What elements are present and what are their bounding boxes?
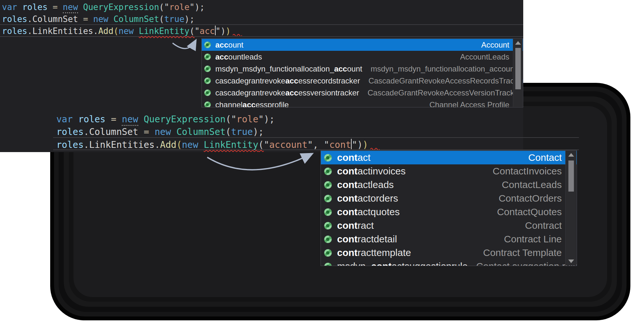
entity-display-name: Contract Template bbox=[475, 247, 562, 258]
scrollbar-thumb[interactable] bbox=[568, 160, 574, 192]
entity-logical-name: contracttemplate bbox=[337, 247, 411, 258]
code-line[interactable]: roles.ColumnSet = new ColumnSet(true); bbox=[56, 127, 264, 138]
entity-display-name: Contract Line bbox=[496, 234, 562, 245]
completion-item[interactable]: contracttemplate Contract Template bbox=[321, 246, 577, 260]
entity-icon bbox=[323, 167, 337, 176]
entity-icon bbox=[204, 65, 215, 73]
entity-icon bbox=[323, 194, 337, 203]
entity-icon bbox=[323, 180, 337, 190]
entity-icon bbox=[204, 77, 215, 85]
intellisense-popup-contact: contact Contact contactinvoices ContactI… bbox=[321, 150, 577, 266]
entity-logical-name: msdyn_msdyn_functionallocation_account bbox=[215, 64, 362, 73]
completion-item[interactable]: cascadegrantrevokeaccessversiontracker C… bbox=[202, 87, 523, 99]
entity-logical-name: accountleads bbox=[215, 52, 262, 61]
entity-logical-name: contractdetail bbox=[337, 234, 397, 245]
code-line[interactable]: roles.LinkEntities.Add(new LinkEntity("a… bbox=[2, 26, 242, 39]
intellisense-popup-account: account Account accountleads AccountLead… bbox=[201, 38, 523, 107]
entity-display-name: Account bbox=[473, 40, 509, 50]
entity-logical-name: contactleads bbox=[337, 179, 394, 190]
popup-scrollbar[interactable] bbox=[565, 151, 576, 265]
code-line[interactable]: roles.ColumnSet = new ColumnSet(true); bbox=[2, 14, 195, 25]
scroll-up-icon[interactable] bbox=[515, 41, 521, 45]
completion-item[interactable]: cascadegrantrevokeaccessrecordstracker C… bbox=[202, 75, 523, 87]
completion-item[interactable]: contactorders ContactOrders bbox=[321, 192, 577, 205]
entity-display-name: Contact bbox=[520, 152, 562, 163]
entity-logical-name: contactinvoices bbox=[337, 166, 406, 177]
entity-icon bbox=[323, 221, 337, 230]
completion-item[interactable]: contactquotes ContactQuotes bbox=[321, 205, 577, 219]
completion-item[interactable]: msdyn_msdyn_functionallocation_account m… bbox=[202, 63, 523, 75]
entity-display-name: ContactOrders bbox=[490, 193, 562, 204]
entity-logical-name: msdyn_contactsuggestionrule bbox=[337, 261, 468, 266]
entity-icon bbox=[323, 207, 337, 217]
code-line[interactable]: var roles = new QueryExpression("role"); bbox=[2, 2, 205, 13]
code-line[interactable]: var roles = new QueryExpression("role"); bbox=[56, 114, 275, 125]
entity-logical-name: cascadegrantrevokeaccessversiontracker bbox=[215, 88, 359, 97]
completion-item[interactable]: contract Contract bbox=[321, 219, 577, 232]
entity-icon bbox=[204, 41, 215, 49]
entity-icon bbox=[204, 53, 215, 61]
entity-display-name: ContactQuotes bbox=[489, 206, 562, 217]
completion-item[interactable]: msdyn_contactsuggestionrule Contact sugg… bbox=[321, 260, 577, 266]
entity-display-name: Channel Access Profile bbox=[421, 100, 509, 108]
entity-logical-name: contract bbox=[337, 220, 374, 231]
completion-item[interactable]: channelaccessprofile Channel Access Prof… bbox=[202, 99, 523, 107]
entity-icon bbox=[204, 101, 215, 107]
completion-item[interactable]: accountleads AccountLeads bbox=[202, 51, 523, 63]
entity-icon bbox=[323, 248, 337, 258]
completion-item[interactable]: account Account bbox=[202, 39, 523, 51]
entity-display-name: ContactLeads bbox=[493, 179, 562, 190]
entity-icon bbox=[204, 89, 215, 97]
completion-item[interactable]: contact Contact bbox=[321, 151, 577, 164]
entity-logical-name: contactorders bbox=[337, 193, 398, 204]
scroll-up-icon[interactable] bbox=[568, 153, 574, 157]
entity-logical-name: contact bbox=[337, 152, 370, 163]
entity-icon bbox=[323, 235, 337, 244]
completion-item[interactable]: contractdetail Contract Line bbox=[321, 232, 577, 246]
entity-display-name: ContactInvoices bbox=[484, 166, 562, 177]
entity-icon bbox=[323, 153, 337, 162]
scrollbar-thumb[interactable] bbox=[515, 48, 521, 89]
completion-item[interactable]: contactleads ContactLeads bbox=[321, 178, 577, 192]
entity-logical-name: account bbox=[215, 40, 243, 50]
entity-logical-name: channelaccessprofile bbox=[215, 100, 289, 108]
entity-display-name: Contact suggestion rule bbox=[468, 261, 577, 266]
entity-display-name: Contract bbox=[517, 220, 562, 231]
completion-list: account Account accountleads AccountLead… bbox=[202, 39, 523, 107]
scroll-down-icon[interactable] bbox=[568, 260, 574, 263]
popup-scrollbar[interactable] bbox=[513, 39, 523, 107]
completion-list: contact Contact contactinvoices ContactI… bbox=[321, 151, 577, 266]
entity-display-name: msdyn_msdyn_functionallocation_account bbox=[362, 64, 517, 73]
completion-item[interactable]: contactinvoices ContactInvoices bbox=[321, 164, 577, 178]
canvas: var roles = new QueryExpression("role");… bbox=[0, 0, 644, 332]
entity-icon bbox=[323, 262, 337, 266]
error-squiggle bbox=[232, 28, 242, 39]
entity-display-name: CascadeGrantRevokeAccessRecordsTracker bbox=[360, 76, 523, 85]
entity-display-name: AccountLeads bbox=[452, 52, 509, 61]
entity-logical-name: cascadegrantrevokeaccessrecordstracker bbox=[215, 76, 360, 85]
entity-logical-name: contactquotes bbox=[337, 206, 400, 217]
entity-display-name: CascadeGrantRevokeAccessVersionTracker bbox=[359, 88, 521, 97]
